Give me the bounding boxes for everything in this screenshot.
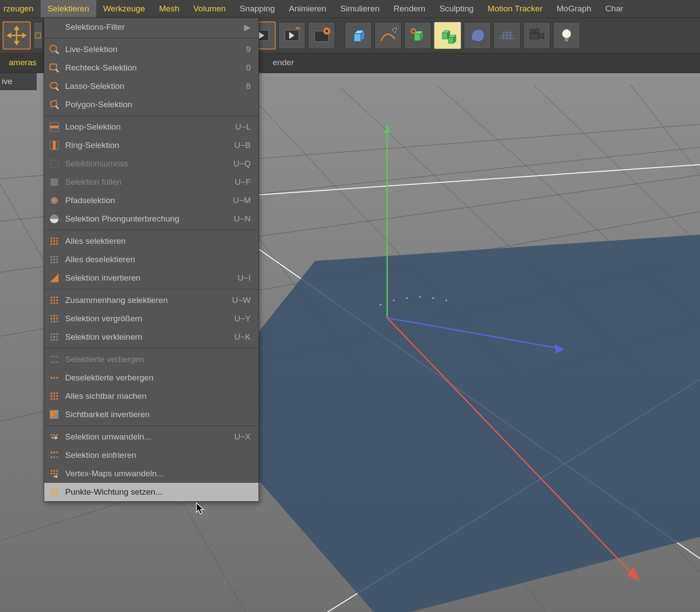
menuitem-live-selektion[interactable]: Live-Selektion 9 (44, 40, 259, 59)
menuitem-selektierte-verbergen[interactable]: Selektierte verbergen (44, 350, 259, 369)
menu-snapping[interactable]: Snapping (233, 0, 282, 18)
spline-pen-button[interactable] (374, 22, 402, 49)
menuitem-ring-selektion[interactable]: Ring-Selektion U~B (44, 136, 259, 155)
svg-point-160 (56, 491, 58, 493)
svg-point-29 (530, 29, 535, 33)
svg-point-105 (56, 320, 58, 322)
menuitem-alles-selektieren[interactable]: Alles selektieren (44, 232, 259, 250)
svg-point-163 (56, 494, 58, 496)
render-settings-button[interactable] (308, 22, 335, 49)
svg-point-162 (53, 494, 55, 496)
menuitem-vertexmaps-umwandeln[interactable]: Vertex-Maps umwandeln... (44, 464, 259, 483)
menuitem-selektion-fuellen[interactable]: Selektion füllen U~F (44, 173, 259, 191)
svg-point-135 (50, 398, 52, 400)
environment-button[interactable] (494, 22, 521, 49)
menu-selektieren[interactable]: Selektieren (41, 0, 96, 18)
svg-point-122 (56, 355, 58, 357)
menuitem-alles-sichtbar[interactable]: Alles sichtbar machen (44, 387, 259, 405)
svg-point-112 (53, 333, 55, 335)
menu-animieren[interactable]: Animieren (282, 0, 333, 18)
menuitem-polygon-selektion[interactable]: Polygon-Selektion (44, 95, 259, 114)
menuitem-selektions-filter[interactable]: Selektions-Filter ▶ (44, 18, 259, 36)
menuitem-alles-deselektieren[interactable]: Alles deselektieren (44, 250, 259, 269)
svg-point-51 (406, 297, 408, 299)
menuitem-lasso-selektion[interactable]: Lasso-Selektion 8 (44, 77, 259, 95)
light-button[interactable] (553, 22, 580, 49)
svg-point-153 (53, 473, 55, 475)
svg-point-83 (53, 256, 55, 257)
path-selection-icon (48, 194, 61, 207)
menuitem-deselektierte-verbergen[interactable]: Deselektierte verbergen (44, 369, 259, 387)
svg-point-115 (56, 336, 58, 338)
menu-mograph[interactable]: MoGraph (550, 0, 598, 18)
loop-selection-icon (48, 120, 61, 134)
svg-point-78 (56, 240, 58, 242)
render-pv-button[interactable] (278, 22, 305, 49)
svg-rect-62 (50, 64, 56, 70)
svg-rect-0 (35, 33, 41, 38)
menu-rendern[interactable]: Rendern (387, 0, 433, 18)
menubar: rzeugen Selektieren Werkzeuge Mesh Volum… (0, 0, 700, 18)
svg-marker-19 (448, 37, 454, 43)
svg-marker-12 (414, 34, 420, 41)
menuitem-selektion-einfrieren[interactable]: Selektion einfrieren (44, 446, 259, 464)
deformer-button[interactable] (464, 22, 491, 49)
menu-motion-tracker[interactable]: Motion Tracker (481, 0, 550, 18)
svg-marker-16 (442, 33, 448, 39)
menu-erzeugen[interactable]: rzeugen (2, 0, 41, 18)
menuitem-selektion-invertieren[interactable]: Selektion invertieren U~I (44, 269, 259, 287)
rectangle-selection-icon (48, 61, 61, 74)
svg-point-93 (50, 296, 52, 298)
svg-point-101 (53, 299, 55, 301)
menu-character[interactable]: Char (598, 0, 630, 18)
menuitem-phong-break[interactable]: Selektion Phongunterbrechung U~N (44, 210, 259, 228)
menuitem-vergroessern[interactable]: Selektion vergrößern U~Y (44, 310, 259, 328)
select-all-icon (48, 235, 61, 248)
menu-werkzeuge[interactable]: Werkzeuge (96, 0, 152, 18)
svg-point-152 (50, 473, 52, 475)
menu-mesh[interactable]: Mesh (152, 0, 186, 18)
svg-point-52 (419, 296, 421, 298)
svg-point-134 (56, 395, 58, 397)
polygon-selection-icon (48, 98, 61, 111)
svg-point-107 (50, 318, 52, 320)
move-tool-button[interactable] (3, 21, 31, 49)
svg-point-7 (326, 30, 328, 32)
svg-point-109 (56, 318, 58, 320)
svg-point-94 (53, 296, 55, 298)
scale-tool-button[interactable] (33, 22, 43, 49)
svg-point-137 (56, 398, 58, 400)
svg-marker-11 (392, 28, 397, 33)
menuitem-punkte-wichtung[interactable]: Punkte-Wichtung setzen... (44, 483, 259, 501)
menuitem-pfadselektion[interactable]: Pfadselektion U~M (44, 191, 259, 210)
menuitem-selektionsumriss[interactable]: Selektionsumriss U~Q (44, 155, 259, 173)
generator-button[interactable] (404, 22, 431, 49)
tab-render[interactable]: ender (264, 53, 303, 73)
menuitem-zusammenhang[interactable]: Zusammenhang selektieren U~W (44, 291, 259, 310)
primitive-cube-button[interactable] (345, 22, 372, 49)
svg-marker-8 (354, 34, 361, 42)
menuitem-selektion-umwandeln[interactable]: Selektion umwandeln... U~X (44, 428, 259, 446)
modeling-generator-button[interactable] (434, 22, 461, 49)
svg-point-146 (50, 456, 52, 458)
svg-point-104 (50, 320, 52, 322)
svg-point-141 (53, 434, 55, 436)
connected-icon (48, 294, 61, 307)
camera-button[interactable] (523, 22, 550, 49)
svg-point-154 (56, 473, 58, 475)
menuitem-sichtbarkeit-invertieren[interactable]: Sichtbarkeit invertieren (44, 405, 259, 424)
menuitem-verkleinern[interactable]: Selektion verkleinern U~K (44, 328, 259, 346)
tab-cameras[interactable]: ameras (0, 53, 45, 73)
svg-rect-67 (53, 141, 56, 150)
svg-point-111 (50, 333, 52, 335)
menuitem-rechteck-selektion[interactable]: Rechteck-Selektion 0 (44, 59, 259, 77)
side-strip: ive (0, 73, 37, 90)
menu-simulieren[interactable]: Simulieren (333, 0, 387, 18)
svg-point-86 (53, 259, 55, 260)
svg-point-127 (53, 377, 55, 379)
svg-point-61 (50, 45, 56, 52)
phong-break-icon (48, 212, 61, 225)
menu-sculpting[interactable]: Sculpting (432, 0, 480, 18)
menu-volumen[interactable]: Volumen (186, 0, 233, 18)
menuitem-loop-selektion[interactable]: Loop-Selektion U~L (44, 118, 259, 136)
